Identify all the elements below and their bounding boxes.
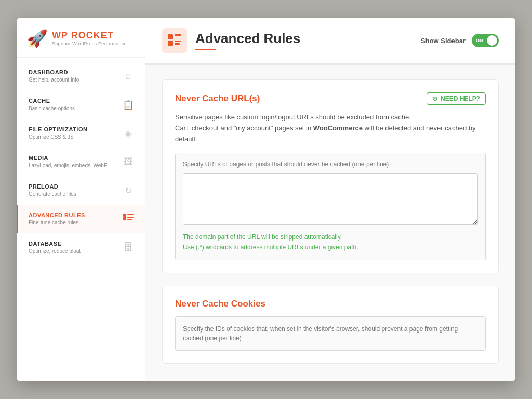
- svg-rect-6: [175, 34, 181, 36]
- section-header: Never Cache URL(s) ⊙ NEED HELP?: [175, 92, 486, 105]
- main-content: Advanced Rules Show Sidebar ON Never Cac…: [145, 18, 515, 381]
- title-underline: [195, 49, 216, 50]
- section-description: Sensitive pages like custom login/logout…: [175, 112, 486, 144]
- cookies-label: Specify the IDs of cookies that, when se…: [183, 324, 478, 343]
- sidebar-nav: DASHBOARD Get help, account info ⌂ CACHE…: [17, 58, 145, 381]
- preload-icon: ↻: [122, 185, 135, 196]
- sidebar-item-media[interactable]: MEDIA LazyLoad, emojis, embeds, WebP 🖼: [17, 148, 145, 176]
- toggle-label: ON: [476, 38, 483, 43]
- header-icon: [162, 28, 187, 53]
- need-help-button[interactable]: ⊙ NEED HELP?: [427, 92, 486, 105]
- cookies-box: Specify the IDs of cookies that, when se…: [175, 316, 486, 351]
- svg-rect-5: [168, 34, 173, 39]
- svg-rect-7: [168, 41, 173, 46]
- sidebar: 🚀 WP ROCKET Superior WordPress Performan…: [17, 18, 145, 381]
- svg-rect-2: [123, 217, 126, 220]
- svg-rect-8: [175, 41, 181, 42]
- url-textarea[interactable]: [183, 173, 478, 225]
- dashboard-icon: ⌂: [122, 71, 135, 82]
- logo-icon: 🚀: [27, 30, 48, 47]
- svg-rect-3: [127, 217, 134, 218]
- svg-rect-1: [127, 214, 134, 215]
- logo: 🚀 WP ROCKET Superior WordPress Performan…: [27, 30, 135, 47]
- url-box-label: Specify URLs of pages or posts that shou…: [183, 161, 478, 168]
- need-help-label: NEED HELP?: [441, 95, 480, 102]
- sidebar-item-file-optimization[interactable]: FILE OPTIMIZATION Optimize CSS & JS ◈: [17, 119, 145, 148]
- cache-icon: 📋: [122, 99, 135, 111]
- logo-text: WP ROCKET Superior WordPress Performance: [52, 31, 127, 46]
- advanced-rules-icon: [122, 212, 135, 225]
- never-cache-urls-title: Never Cache URL(s): [175, 94, 260, 104]
- app-window: 🚀 WP ROCKET Superior WordPress Performan…: [17, 18, 515, 381]
- never-cache-cookies-title: Never Cache Cookies: [175, 299, 486, 309]
- page-header: Advanced Rules Show Sidebar ON: [145, 18, 515, 65]
- file-opt-icon: ◈: [122, 128, 135, 139]
- logo-area: 🚀 WP ROCKET Superior WordPress Performan…: [17, 18, 145, 58]
- logo-name: WP ROCKET: [52, 31, 127, 40]
- help-icon: ⊙: [432, 95, 437, 102]
- url-input-box: Specify URLs of pages or posts that shou…: [175, 153, 486, 260]
- never-cache-urls-section: Never Cache URL(s) ⊙ NEED HELP? Sensitiv…: [162, 79, 499, 273]
- page-content: Never Cache URL(s) ⊙ NEED HELP? Sensitiv…: [145, 65, 515, 381]
- toggle-knob: [487, 35, 497, 46]
- never-cache-cookies-section: Never Cache Cookies Specify the IDs of c…: [162, 286, 499, 364]
- logo-tagline: Superior WordPress Performance: [52, 41, 127, 46]
- svg-rect-4: [127, 219, 132, 220]
- svg-rect-0: [123, 214, 126, 217]
- sidebar-item-cache[interactable]: CACHE Basic cache options 📋: [17, 90, 145, 119]
- show-sidebar-label: Show Sidebar: [421, 37, 466, 45]
- woocommerce-link[interactable]: WooCommerce: [313, 124, 363, 132]
- url-hint: The domain part of the URL will be strip…: [183, 232, 478, 252]
- database-icon: 🗄: [122, 242, 135, 253]
- sidebar-item-advanced-rules[interactable]: ADVANCED RULES Fine-tune cache rules: [17, 205, 145, 233]
- sidebar-item-database[interactable]: DATABASE Optimize, reduce bloat 🗄: [17, 233, 145, 262]
- media-icon: 🖼: [122, 156, 135, 167]
- sidebar-item-dashboard[interactable]: DASHBOARD Get help, account info ⌂: [17, 62, 145, 90]
- page-title: Advanced Rules: [195, 31, 300, 47]
- svg-rect-9: [175, 43, 180, 45]
- sidebar-toggle[interactable]: ON: [472, 34, 499, 47]
- sidebar-item-preload[interactable]: PRELOAD Generate cache files ↻: [17, 176, 145, 205]
